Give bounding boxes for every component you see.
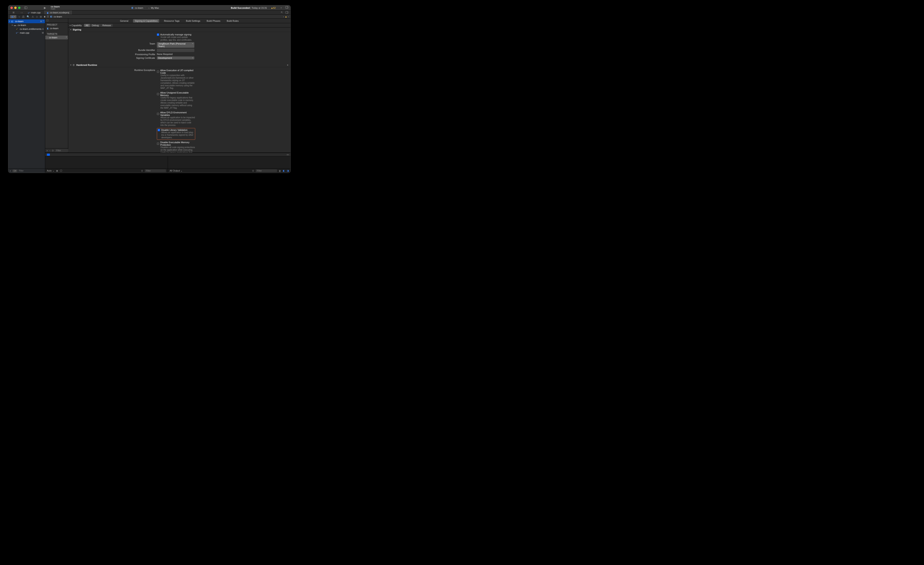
project-item[interactable]: ◧ cv-learn	[45, 26, 68, 30]
svg-rect-4	[285, 12, 288, 13]
hardened-section-header[interactable]: ▾ ⛨ Hardened Runtime ×	[68, 63, 291, 67]
entitlements-icon: ✓	[16, 28, 19, 30]
filter-scope[interactable]: ⊙▾	[12, 169, 18, 172]
run-button-icon[interactable]: ▶	[44, 6, 46, 9]
checkbox[interactable]	[157, 70, 159, 73]
tree-file-entitlements[interactable]: ✓ cv-learn.entitlements A	[8, 27, 45, 31]
symbol-nav-icon[interactable]: 品	[22, 15, 24, 18]
seg-release[interactable]: Release	[100, 24, 112, 27]
cert-select[interactable]: Development	[157, 57, 194, 60]
folder-nav-icon[interactable]: ▤	[10, 15, 16, 18]
drawer-toggle-icon[interactable]: ▭	[286, 153, 289, 156]
editor-mode-icon[interactable]: ⊞	[8, 10, 18, 15]
minimize-window[interactable]	[14, 7, 16, 9]
right-pane-icon[interactable]: ◨	[286, 169, 289, 172]
cpp-file-icon: c⁺	[16, 31, 19, 34]
add-target-icon[interactable]: +	[46, 149, 48, 152]
hardened-runtime-icon: ⛨	[73, 64, 75, 66]
find-nav-icon[interactable]: 🔍	[27, 15, 30, 18]
info-icon[interactable]: ⓘ	[60, 169, 62, 172]
library-toggle-icon[interactable]	[285, 6, 288, 9]
tab-main-cpp[interactable]: c⁺ main.cpp	[25, 10, 44, 15]
checkbox-desc: Allows an application to be impacted by …	[157, 116, 195, 127]
group-label: Runtime Exceptions	[70, 69, 157, 71]
left-pane-icon[interactable]: ◧	[283, 169, 285, 172]
titlebar: ▶ cv-learn main ◧ cv-learn 〉 ⌂ My Mac Bu…	[8, 5, 291, 10]
sidebar-toggle-icon[interactable]	[24, 7, 27, 9]
checkbox-title: Disable Executable Memory Protection	[160, 141, 195, 146]
bundle-id-field[interactable]	[157, 49, 194, 52]
editor-options-icon[interactable]: ⇱	[281, 11, 283, 14]
test-nav-icon[interactable]: ◇	[36, 15, 38, 18]
checkbox[interactable]	[157, 93, 159, 95]
profile-value: None Required	[157, 53, 194, 55]
remove-target-icon[interactable]: −	[49, 149, 50, 152]
crumb-menu-icon[interactable]: ☰	[47, 15, 49, 18]
add-tab-icon[interactable]: ＋	[280, 6, 282, 9]
file-tree: ▾ ◧ cv-learn M ▾ ▬ cv-learn ✓ cv-learn.e…	[8, 19, 45, 168]
signing-section: ✓ Automatically manage signing Xcode wil…	[68, 32, 291, 63]
issue-nav-icon[interactable]: ⚠	[32, 15, 34, 18]
checkbox[interactable]	[157, 142, 159, 145]
tree-file-main[interactable]: c⁺ main.cpp M	[8, 31, 45, 35]
target-item[interactable]: ⌂ cv-learn	[45, 36, 68, 39]
profile-label: Provisioning Profile	[70, 53, 157, 55]
variables-filter-input[interactable]	[145, 169, 166, 172]
crumb-prev-icon[interactable]: ‹	[283, 15, 284, 18]
signing-section-header[interactable]: ▾ Signing	[68, 27, 291, 32]
tab-build-settings[interactable]: Build Settings	[184, 19, 202, 22]
hardened-section: Runtime ExceptionsAllow Execution of JIT…	[68, 67, 291, 153]
zoom-window[interactable]	[18, 7, 21, 9]
checkbox[interactable]: ✓	[158, 129, 160, 131]
bundle-label: Bundle Identifier	[70, 49, 157, 51]
assistant-toggle-icon[interactable]	[285, 11, 288, 13]
tab-build-phases[interactable]: Build Phases	[205, 19, 222, 22]
variables-scope[interactable]: Auto ⌄	[47, 169, 54, 172]
console-scope[interactable]: All Output ⌄	[170, 169, 182, 172]
project-file-icon: ◧	[47, 12, 49, 13]
checkbox[interactable]	[157, 113, 159, 115]
tab-strip: ⊞ ‹ › c⁺ main.cpp ◧ cv-learn.xcodeproj ⇱	[8, 10, 291, 15]
nav-back-icon[interactable]: ‹	[21, 11, 21, 14]
tab-resource-tags[interactable]: Resource Tags	[162, 19, 181, 22]
drawer-item[interactable]	[47, 154, 50, 156]
filter-icon: ⊙	[252, 169, 254, 172]
tab-general[interactable]: General	[118, 19, 130, 22]
auto-manage-checkbox[interactable]: ✓	[157, 33, 159, 36]
tab-project[interactable]: ◧ cv-learn.xcodeproj	[44, 10, 72, 15]
team-select[interactable]: JongBeum Park (Personal Team)	[157, 42, 194, 48]
close-window[interactable]	[10, 7, 13, 9]
scheme-destination[interactable]: ◧ cv-learn 〉 ⌂ My Mac	[60, 6, 231, 9]
capability-checkbox-row: Allow Execution of JIT-compiled CodeUsef…	[157, 69, 195, 90]
debug-nav-icon[interactable]: ⊟	[40, 15, 42, 18]
tree-group[interactable]: ▾ ▬ cv-learn	[8, 23, 45, 27]
vcs-branch[interactable]: cv-learn main	[51, 6, 60, 10]
add-file-icon[interactable]: +	[10, 169, 11, 172]
trash-icon[interactable]: 🗑	[279, 169, 281, 172]
add-capability-button[interactable]: + Capability	[69, 24, 82, 27]
tab-build-rules[interactable]: Build Rules	[225, 19, 240, 22]
scheme-name: cv-learn	[135, 7, 143, 9]
quicklook-icon[interactable]: ◉	[56, 169, 58, 172]
remove-capability-icon[interactable]: ×	[287, 64, 288, 66]
nav-fwd-icon[interactable]: ›	[22, 11, 23, 14]
crumb-next-icon[interactable]: ›	[288, 15, 289, 18]
auto-manage-desc: Xcode will create and update profiles, a…	[157, 36, 193, 41]
checkbox-title: Disable Library Validation	[161, 129, 188, 131]
seg-all[interactable]: All	[84, 24, 90, 27]
warnings-badge[interactable]: ▲62	[271, 7, 276, 9]
destination-name: My Mac	[151, 7, 159, 9]
source-control-nav-icon[interactable]: ⑂	[18, 15, 20, 18]
seg-debug[interactable]: Debug	[90, 24, 100, 27]
tab-signing[interactable]: Signing & Capabilities	[133, 19, 159, 22]
navigator-filter-input[interactable]	[19, 169, 46, 172]
capability-checkbox-row: ✓Disable Library ValidationAllows an app…	[157, 128, 195, 140]
variables-view: Auto ⌄ ◉ ⓘ ⊙	[45, 156, 168, 173]
crumb-project[interactable]: cv-learn	[54, 15, 62, 18]
capabilities-scroll[interactable]: ▾ Signing ✓ Automatically manage signing	[68, 27, 291, 153]
scope-bar[interactable]: ☐	[45, 18, 68, 23]
tree-root[interactable]: ▾ ◧ cv-learn M	[8, 19, 45, 23]
crumb-warn-icon[interactable]: ▲	[285, 15, 287, 18]
console-filter-input[interactable]	[256, 169, 277, 172]
capability-bar: + Capability All Debug Release	[68, 23, 291, 27]
